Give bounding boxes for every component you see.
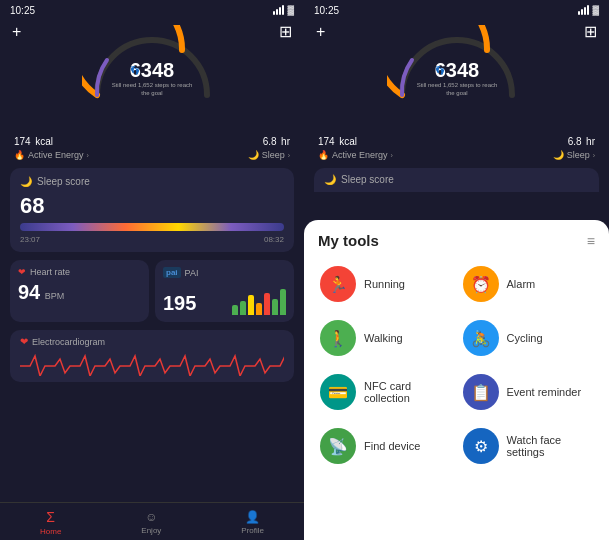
- calories-label-right[interactable]: 🔥 Active Energy ›: [318, 150, 393, 160]
- moon-partial-icon-right: 🌙: [324, 174, 336, 185]
- running-icon: 🏃: [320, 266, 356, 302]
- ring-svg-left: 6348 Still need 1,652 steps to reach the…: [82, 25, 222, 105]
- event-reminder-icon: 📋: [463, 374, 499, 410]
- my-tools-overlay: My tools ≡ 🏃 Running ⏰ Alarm 🚶 Walking 🚴: [304, 220, 609, 540]
- nfc-icon: 💳: [320, 374, 356, 410]
- pai-title-left: pai PAI: [163, 267, 286, 278]
- ecg-svg-left: [20, 351, 284, 376]
- calories-value-left: 174 kcal: [14, 131, 89, 149]
- stats-row-right: 174 kcal 🔥 Active Energy › 6.8 hr 🌙 Slee…: [304, 127, 609, 164]
- cycling-icon: 🚴: [463, 320, 499, 356]
- sleep-end-left: 08:32: [264, 235, 284, 244]
- nav-home-left[interactable]: Σ Home: [40, 509, 61, 536]
- sleep-score-header-left: 🌙 Sleep score: [20, 176, 284, 187]
- enjoy-icon-left: ☺: [145, 510, 157, 524]
- sleep-times-left: 23:07 08:32: [20, 235, 284, 244]
- time-right: 10:25: [314, 5, 339, 16]
- tool-event-reminder[interactable]: 📋 Event reminder: [457, 365, 600, 419]
- pai-logo-left: pai: [163, 267, 181, 278]
- event-reminder-label: Event reminder: [507, 386, 582, 398]
- ecg-title-left: ❤ Electrocardiogram: [20, 336, 284, 347]
- ecg-line-left: [20, 351, 284, 376]
- svg-text:Still need 1,652 steps to reac: Still need 1,652 steps to reach: [416, 82, 497, 88]
- left-panel: 10:25 ▓ + ⊞ 6348: [0, 0, 304, 540]
- stats-row-left: 174 kcal 🔥 Active Energy › 6.8 hr 🌙 Slee…: [0, 127, 304, 164]
- walking-label: Walking: [364, 332, 403, 344]
- cards-row-left: ❤ Heart rate 94 BPM pai PAI 195: [10, 260, 294, 322]
- svg-text:the goal: the goal: [141, 90, 162, 96]
- sleep-score-section-left: 🌙 Sleep score 68 23:07 08:32: [10, 168, 294, 252]
- svg-text:Still need 1,652 steps to reac: Still need 1,652 steps to reach: [112, 82, 193, 88]
- nav-enjoy-left[interactable]: ☺ Enjoy: [141, 510, 161, 535]
- sleep-value-left: 6.8 hr: [248, 131, 290, 149]
- battery-icon-right: ▓: [592, 5, 599, 15]
- sleep-partial-title-right: Sleep score: [341, 174, 394, 185]
- nav-profile-label-left: Profile: [241, 526, 264, 535]
- steps-ring-right: 6348 Still need 1,652 steps to reach the…: [392, 45, 522, 115]
- sleep-partial-right: 🌙 Sleep score: [314, 168, 599, 192]
- tool-running[interactable]: 🏃 Running: [314, 257, 457, 311]
- status-bar-right: 10:25 ▓: [304, 0, 609, 20]
- sleep-label-left[interactable]: 🌙 Sleep ›: [248, 150, 290, 160]
- grid-button-right[interactable]: ⊞: [584, 22, 597, 41]
- signal-icon-right: [578, 5, 589, 15]
- hamburger-menu-icon[interactable]: ≡: [587, 233, 595, 249]
- chevron-right-sleep: ›: [593, 152, 595, 159]
- tool-walking[interactable]: 🚶 Walking: [314, 311, 457, 365]
- svg-text:the goal: the goal: [446, 90, 467, 96]
- watch-face-label: Watch face settings: [507, 434, 594, 458]
- sleep-bar-left: [20, 223, 284, 231]
- moon-small-icon-left: 🌙: [20, 176, 32, 187]
- grid-button-left[interactable]: ⊞: [279, 22, 292, 41]
- calories-value-right: 174 kcal: [318, 131, 393, 149]
- status-icons-right: ▓: [578, 5, 599, 15]
- nfc-label: NFC card collection: [364, 380, 451, 404]
- calories-label-left[interactable]: 🔥 Active Energy ›: [14, 150, 89, 160]
- sleep-stat-left: 6.8 hr 🌙 Sleep ›: [248, 131, 290, 160]
- calories-stat-right: 174 kcal 🔥 Active Energy ›: [318, 131, 393, 160]
- tool-alarm[interactable]: ⏰ Alarm: [457, 257, 600, 311]
- tool-nfc[interactable]: 💳 NFC card collection: [314, 365, 457, 419]
- pai-bars-left: [232, 285, 286, 315]
- nav-bar-left: Σ Home ☺ Enjoy 👤 Profile: [0, 502, 304, 540]
- add-button-right[interactable]: +: [316, 23, 325, 41]
- add-button-left[interactable]: +: [12, 23, 21, 41]
- overlay-header: My tools ≡: [304, 232, 609, 257]
- tools-grid: 🏃 Running ⏰ Alarm 🚶 Walking 🚴 Cycling 💳: [304, 257, 609, 473]
- home-icon-left: Σ: [46, 509, 55, 525]
- tool-cycling[interactable]: 🚴 Cycling: [457, 311, 600, 365]
- heart-icon-left: ❤: [18, 267, 26, 277]
- ecg-icon-left: ❤: [20, 336, 28, 347]
- pai-value-left: 195: [163, 292, 196, 315]
- tool-watch-face[interactable]: ⚙ Watch face settings: [457, 419, 600, 473]
- sleep-partial-header: 🌙 Sleep score: [324, 174, 589, 185]
- find-device-label: Find device: [364, 440, 420, 452]
- cycling-label: Cycling: [507, 332, 543, 344]
- right-panel: 10:25 ▓ + ⊞ 6348 Still need 1,652 steps …: [304, 0, 609, 540]
- moon-icon-left: 🌙: [248, 150, 259, 160]
- nav-enjoy-label-left: Enjoy: [141, 526, 161, 535]
- ecg-section-left[interactable]: ❤ Electrocardiogram: [10, 330, 294, 382]
- sleep-label-right[interactable]: 🌙 Sleep ›: [553, 150, 595, 160]
- pai-card-left[interactable]: pai PAI 195: [155, 260, 294, 322]
- nav-profile-left[interactable]: 👤 Profile: [241, 510, 264, 535]
- profile-icon-left: 👤: [245, 510, 260, 524]
- heart-rate-card-left[interactable]: ❤ Heart rate 94 BPM: [10, 260, 149, 322]
- nav-home-label-left: Home: [40, 527, 61, 536]
- calories-stat-left: 174 kcal 🔥 Active Energy ›: [14, 131, 89, 160]
- signal-icon: [273, 5, 284, 15]
- fire-icon-right: 🔥: [318, 150, 329, 160]
- steps-section-left: 6348 Still need 1,652 steps to reach the…: [0, 45, 304, 125]
- svg-text:👣: 👣: [130, 65, 140, 75]
- find-device-icon: 📡: [320, 428, 356, 464]
- status-icons-left: ▓: [273, 5, 294, 15]
- overlay-title: My tools: [318, 232, 379, 249]
- chevron-right-calories: ›: [391, 152, 393, 159]
- tool-find-device[interactable]: 📡 Find device: [314, 419, 457, 473]
- status-bar-left: 10:25 ▓: [0, 0, 304, 20]
- alarm-icon: ⏰: [463, 266, 499, 302]
- svg-text:👣: 👣: [435, 65, 445, 75]
- chevron-calories-left: ›: [87, 152, 89, 159]
- chevron-sleep-left: ›: [288, 152, 290, 159]
- battery-icon: ▓: [287, 5, 294, 15]
